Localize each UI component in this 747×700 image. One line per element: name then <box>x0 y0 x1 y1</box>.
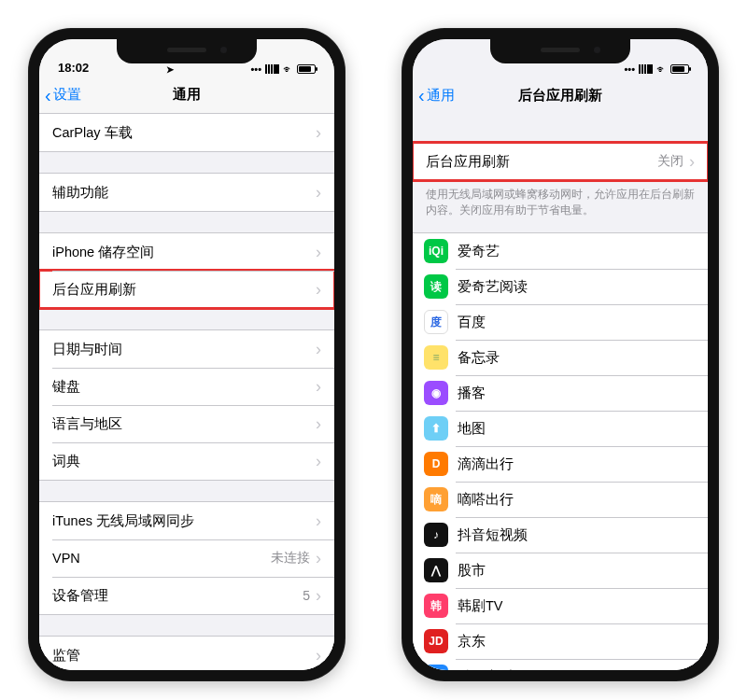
row-label: 后台应用刷新 <box>426 153 657 171</box>
settings-row[interactable]: CarPlay 车载› <box>39 114 334 151</box>
signal-bars-icon <box>265 64 279 74</box>
settings-row[interactable]: iTunes 无线局域网同步› <box>39 502 334 539</box>
row-label: 后台应用刷新 <box>52 281 316 299</box>
app-row[interactable]: ♪抖音短视频 <box>413 517 708 553</box>
page-title: 后台应用刷新 <box>518 87 602 105</box>
app-row[interactable]: K酷狗音乐 <box>413 659 708 670</box>
app-name: 播客 <box>458 385 695 402</box>
status-time <box>431 61 435 75</box>
app-row[interactable]: 度百度 <box>413 304 708 340</box>
app-row[interactable]: 嘀嘀嗒出行 <box>413 482 708 517</box>
app-name: 股市 <box>458 562 695 580</box>
app-icon: K <box>424 665 448 670</box>
app-icon: iQi <box>424 239 448 263</box>
page-title: 通用 <box>173 86 201 104</box>
status-icons: ••• ᯤ <box>250 63 316 75</box>
settings-row[interactable]: 监管› <box>39 637 334 670</box>
app-name: 爱奇艺 <box>458 243 695 260</box>
signal-icon: ••• <box>250 63 261 75</box>
nav-bar: ‹ 设置 通用 <box>39 77 334 114</box>
row-label: 日期与时间 <box>52 341 316 358</box>
signal-bars-icon <box>639 64 653 74</box>
row-label: 语言与地区 <box>52 415 316 433</box>
signal-icon: ••• <box>624 63 635 75</box>
app-row[interactable]: ≡备忘录 <box>413 340 708 375</box>
row-label: 词典 <box>52 453 316 470</box>
chevron-right-icon: › <box>316 377 321 397</box>
app-row[interactable]: 读爱奇艺阅读 <box>413 269 708 304</box>
settings-row[interactable]: 设备管理5› <box>39 577 334 614</box>
row-label: 监管 <box>52 647 316 665</box>
row-label: iTunes 无线局域网同步 <box>52 512 316 530</box>
app-icon: D <box>424 452 448 476</box>
app-name: 酷狗音乐 <box>458 668 695 670</box>
app-row[interactable]: ⋀股市 <box>413 553 708 588</box>
app-row[interactable]: JD京东 <box>413 623 708 659</box>
settings-row[interactable]: VPN未连接› <box>39 539 334 577</box>
row-value: 关闭 <box>657 153 684 170</box>
row-label: 键盘 <box>52 378 316 396</box>
phone-left: 18:02 ➤ ••• ᯤ ‹ 设置 通用 CarPlay 车载›辅助功能›iP… <box>28 28 345 681</box>
app-row[interactable]: D滴滴出行 <box>413 446 708 482</box>
app-icon: ⬆ <box>424 416 448 441</box>
app-name: 爱奇艺阅读 <box>458 278 695 296</box>
app-name: 嘀嗒出行 <box>458 491 695 509</box>
chevron-right-icon: › <box>316 280 321 300</box>
notch <box>490 39 630 63</box>
settings-row[interactable]: 后台应用刷新› <box>39 271 334 308</box>
app-name: 备忘录 <box>458 349 695 367</box>
settings-row[interactable]: 语言与地区› <box>39 405 334 442</box>
wifi-icon: ᯤ <box>283 63 293 75</box>
nav-bar: ‹ 通用 后台应用刷新 <box>413 77 708 114</box>
status-icons: ••• ᯤ <box>624 63 689 75</box>
screen: 18:02 ➤ ••• ᯤ ‹ 设置 通用 CarPlay 车载›辅助功能›iP… <box>39 39 334 670</box>
settings-row[interactable]: iPhone 储存空间› <box>39 233 334 271</box>
location-icon: ➤ <box>166 64 174 75</box>
app-icon: ≡ <box>424 345 448 370</box>
app-refresh-list[interactable]: 后台应用刷新 关闭 › 使用无线局域网或蜂窝移动网时，允许应用在后台刷新内容。关… <box>413 114 708 670</box>
app-name: 百度 <box>458 314 695 331</box>
wifi-icon: ᯤ <box>656 63 667 75</box>
chevron-right-icon: › <box>316 123 321 143</box>
settings-row[interactable]: 辅助功能› <box>39 174 334 211</box>
app-row[interactable]: iQi爱奇艺 <box>413 233 708 269</box>
settings-group: iPhone 储存空间›后台应用刷新› <box>39 232 334 309</box>
settings-row[interactable]: 词典› <box>39 442 334 480</box>
app-row[interactable]: ⬆地图 <box>413 411 708 446</box>
app-name: 京东 <box>458 633 695 651</box>
settings-row[interactable]: 键盘› <box>39 368 334 405</box>
app-name: 抖音短视频 <box>458 526 695 544</box>
back-label: 通用 <box>427 87 455 105</box>
back-label: 设置 <box>53 86 81 104</box>
settings-group: 日期与时间›键盘›语言与地区›词典› <box>39 329 334 481</box>
row-value: 未连接 <box>271 550 310 567</box>
app-name: 韩剧TV <box>458 597 695 615</box>
row-label: VPN <box>52 551 271 566</box>
settings-group: CarPlay 车载› <box>39 114 334 152</box>
chevron-right-icon: › <box>316 183 321 203</box>
back-button[interactable]: ‹ 设置 <box>39 86 81 105</box>
app-icon: 度 <box>424 310 448 334</box>
app-row[interactable]: ◉播客 <box>413 375 708 411</box>
settings-group: 辅助功能› <box>39 173 334 212</box>
settings-row[interactable]: 日期与时间› <box>39 330 334 368</box>
row-label: 设备管理 <box>52 587 303 605</box>
back-button[interactable]: ‹ 通用 <box>413 86 455 105</box>
chevron-right-icon: › <box>316 511 321 531</box>
settings-group: 监管› <box>39 636 334 670</box>
settings-group: iTunes 无线局域网同步›VPN未连接›设备管理5› <box>39 501 334 615</box>
chevron-right-icon: › <box>316 414 321 434</box>
app-row[interactable]: 韩韩剧TV <box>413 588 708 623</box>
row-label: 辅助功能 <box>52 184 316 202</box>
screen: ••• ᯤ ‹ 通用 后台应用刷新 后台应用刷新 关闭 › 使用无线局域网或蜂窝… <box>413 39 708 670</box>
chevron-right-icon: › <box>316 452 321 471</box>
status-time: 18:02 <box>58 61 89 75</box>
row-label: iPhone 储存空间 <box>52 244 316 261</box>
app-icon: JD <box>424 629 448 653</box>
app-name: 地图 <box>458 420 695 438</box>
chevron-right-icon: › <box>316 340 321 359</box>
app-icon: ⋀ <box>424 558 448 582</box>
row-background-refresh-master[interactable]: 后台应用刷新 关闭 › <box>413 143 708 180</box>
app-icon: ◉ <box>424 381 448 405</box>
settings-list[interactable]: CarPlay 车载›辅助功能›iPhone 储存空间›后台应用刷新›日期与时间… <box>39 114 334 670</box>
